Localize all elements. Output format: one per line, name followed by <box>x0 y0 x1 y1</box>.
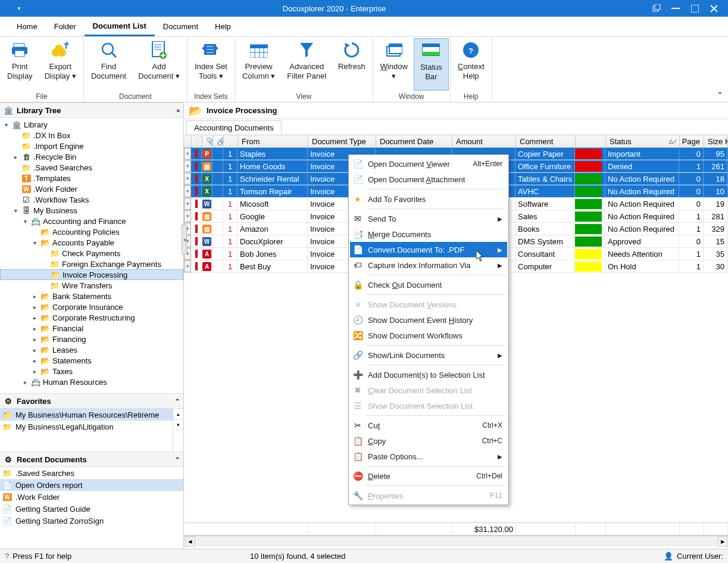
ctx-check-out-document[interactable]: 🔒Check Out Document <box>350 277 507 293</box>
ctx-show-link-documents[interactable]: 🔗Show/Link Documents▶ <box>350 347 507 363</box>
tree-node[interactable]: ▾🏛️Library <box>0 119 183 130</box>
favorites-list[interactable]: 📁My Business\Human Resources\Retireme📁My… <box>0 409 173 452</box>
collapse-icon[interactable]: » <box>176 107 180 114</box>
col-size[interactable]: Size Kb <box>704 135 728 147</box>
win-restore-small-icon[interactable] <box>649 1 664 15</box>
ribbon-export-button[interactable]: ExportDisplay ▾ <box>39 38 82 91</box>
tree-node[interactable]: 📁Foreign Exchange Payments <box>0 259 183 269</box>
expand-icon[interactable]: + <box>184 198 191 210</box>
menu-tab-folder[interactable]: Folder <box>46 18 85 35</box>
favorite-item[interactable]: 📁My Business\Human Resources\Retireme <box>0 409 173 421</box>
tree-node[interactable]: ▾📇Accounting and Finance <box>0 216 183 226</box>
tree-node[interactable]: ▸📇Human Resources <box>0 377 183 387</box>
ctx-open-document-viewer[interactable]: 📄Open Document ViewerAlt+Enter <box>350 156 507 172</box>
menu-tab-help[interactable]: Help <box>207 18 239 35</box>
expand-icon[interactable]: + <box>184 173 191 185</box>
maximize-icon[interactable] <box>688 1 702 15</box>
grid-header[interactable]: 📄 📎 🔗 From Document Type Document Date A… <box>184 135 728 148</box>
recent-item[interactable]: 📄Getting Started ZorroSign <box>0 515 183 527</box>
tree-node[interactable]: ▾🗄My Business <box>0 205 183 216</box>
ctx-merge-documents[interactable]: 📑Merge Documents <box>350 226 507 242</box>
ctx-add-document-s-to-selection-list[interactable]: ➕Add Document(s) to Selection List <box>350 367 507 382</box>
menu-tab-document-list[interactable]: Document List <box>85 17 155 36</box>
ctx-show-document-event-history[interactable]: 🕘Show Document Event History <box>350 312 507 328</box>
ribbon-search-button[interactable]: FindDocument <box>85 38 132 91</box>
qat-dropdown-icon[interactable]: ▼ <box>17 6 21 11</box>
collapse-icon[interactable]: ⌃ <box>175 398 180 405</box>
ribbon-printer-button[interactable]: PrintDisplay <box>1 38 39 91</box>
tree-twisty-icon[interactable]: ▾ <box>12 207 19 214</box>
library-tree-header[interactable]: 🏛️ Library Tree » <box>0 102 183 118</box>
favorite-item[interactable]: 📁My Business\Legal\Litigation <box>0 421 173 433</box>
tree-twisty-icon[interactable]: ▾ <box>21 218 29 225</box>
tree-twisty-icon[interactable]: ▸ <box>31 368 38 375</box>
favorites-scrollbar[interactable]: ▴▾ <box>173 409 183 452</box>
ctx-add-to-favorites[interactable]: ★Add To Favorites <box>350 191 507 207</box>
col-attach[interactable]: 📎 <box>202 135 213 147</box>
tree-twisty-icon[interactable]: ▸ <box>31 304 38 310</box>
favorites-header[interactable]: ⚙ Favorites ⌃ <box>0 393 183 409</box>
ctx-show-document-workflows[interactable]: 🔀Show Document Workflows <box>350 328 507 343</box>
tree-node[interactable]: 📁.DX In Box <box>0 130 183 141</box>
tree-node[interactable]: ▾📂Accounts Payable <box>0 237 183 248</box>
tree-node[interactable]: ▸📂Corporate Insurance <box>0 301 183 312</box>
ribbon-status-bar-button[interactable]: StatusBar <box>414 38 449 91</box>
horizontal-scrollbar[interactable]: ◂▸ <box>185 536 728 546</box>
ctx-cut[interactable]: ✂CutCtrl+X <box>350 418 507 433</box>
expand-icon[interactable]: + <box>184 160 191 172</box>
ribbon-collapse-icon[interactable]: ⌃ <box>717 91 723 99</box>
col-amount[interactable]: Amount <box>452 135 516 147</box>
tree-node[interactable]: ▸📂Statements <box>0 355 183 366</box>
tree-node[interactable]: 📁.Import Engine <box>0 141 183 151</box>
ctx-copy[interactable]: 📋CopyCtrl+C <box>350 433 507 449</box>
tree-node[interactable]: 📁Invoice Processing <box>0 269 183 280</box>
tree-node[interactable]: W.Work Folder <box>0 183 183 194</box>
ctx-delete[interactable]: ⛔DeleteCtrl+Del <box>350 468 507 484</box>
expand-icon[interactable]: + <box>184 185 191 197</box>
recent-item[interactable]: W.Work Folder <box>0 491 183 503</box>
tree-node[interactable]: 📂Accounting Policies <box>0 226 183 237</box>
splitter-handle[interactable]: ◂ <box>182 225 187 254</box>
ribbon-add-doc-button[interactable]: AddDocument ▾ <box>132 38 186 91</box>
collapse-icon[interactable]: ⌃ <box>175 456 180 463</box>
ribbon-help-button[interactable]: ?ContextHelp <box>452 38 490 91</box>
tree-node[interactable]: ▸📂Corporate Restructuring <box>0 312 183 323</box>
recent-item[interactable]: 📁.Saved Searches <box>0 467 183 479</box>
tree-twisty-icon[interactable]: ▸ <box>31 293 38 300</box>
menu-tab-home[interactable]: Home <box>8 18 46 35</box>
recent-item[interactable]: 📄Getting Started Guide <box>0 503 183 515</box>
tree-twisty-icon[interactable]: ▸ <box>31 336 38 343</box>
tree-node[interactable]: ▸📂Taxes <box>0 366 183 377</box>
tree-node[interactable]: 📁Check Payments <box>0 248 183 259</box>
help-icon[interactable]: ? <box>5 552 9 561</box>
tree-twisty-icon[interactable]: ▸ <box>31 325 38 332</box>
tree-twisty-icon[interactable]: ▸ <box>31 357 38 364</box>
col-icon[interactable]: 📄 <box>192 135 202 147</box>
tree-twisty-icon[interactable]: ▾ <box>31 239 38 246</box>
ctx-send-to[interactable]: ✉Send To▶ <box>350 211 507 226</box>
expand-icon[interactable]: + <box>184 260 191 272</box>
expand-icon[interactable]: + <box>184 148 191 160</box>
tree-twisty-icon[interactable]: ▸ <box>12 154 19 160</box>
minimize-icon[interactable] <box>668 1 683 15</box>
ctx-open-document-attachment[interactable]: 📄Open Document Attachment <box>350 172 507 187</box>
col-comment[interactable]: Comment <box>516 135 576 147</box>
close-icon[interactable] <box>707 1 721 15</box>
menu-tab-document[interactable]: Document <box>155 18 207 35</box>
ribbon-windows-button[interactable]: Window▾ <box>374 38 414 91</box>
col-pages[interactable]: Page <box>680 135 704 147</box>
col-status[interactable]: Status△ ⁄ <box>606 135 680 147</box>
col-from[interactable]: From <box>238 135 308 147</box>
col-type[interactable]: Document Type <box>308 135 376 147</box>
tree-node[interactable]: ▸📂Financial <box>0 323 183 334</box>
tree-twisty-icon[interactable]: ▸ <box>31 347 38 353</box>
ribbon-tags-button[interactable]: Index SetTools ▾ <box>189 38 233 91</box>
tree-twisty-icon[interactable]: ▸ <box>31 315 38 321</box>
ribbon-refresh-button[interactable]: Refresh <box>332 38 371 91</box>
tree-node[interactable]: ▸📂Financing <box>0 334 183 344</box>
tree-node[interactable]: T.Templates <box>0 173 183 183</box>
col-link[interactable]: 🔗 <box>213 135 224 147</box>
recent-item[interactable]: 📄Open Orders report <box>0 479 183 491</box>
tree-node[interactable]: ▸📂Bank Statements <box>0 291 183 301</box>
library-tree[interactable]: ▾🏛️Library📁.DX In Box📁.Import Engine▸🗑.R… <box>0 118 183 393</box>
